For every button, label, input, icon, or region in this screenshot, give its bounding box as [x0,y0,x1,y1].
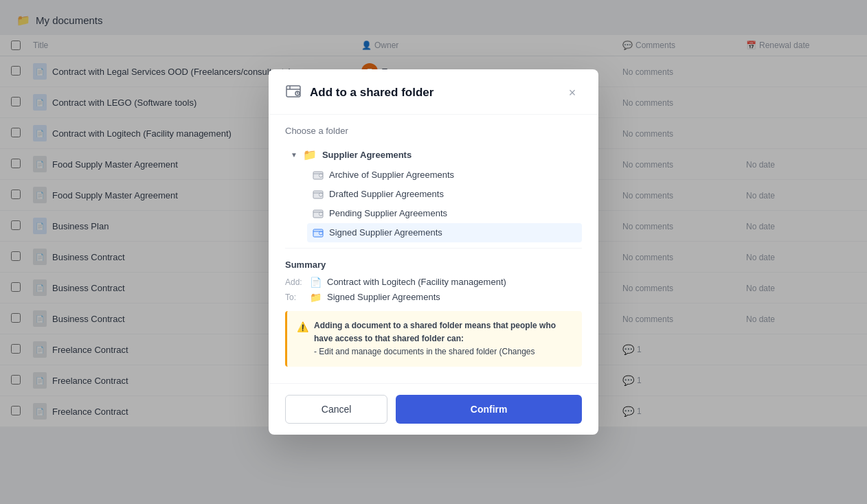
modal-header: Add to a shared folder × [269,69,598,115]
summary-to-label: To: [285,293,304,302]
folder-item-root[interactable]: ▼ 📁 Supplier Agreements [285,144,582,165]
modal-close-button[interactable]: × [563,83,582,102]
summary-document-name: Contract with Logitech (Facility managem… [327,277,506,287]
confirm-button[interactable]: Confirm [396,395,582,424]
summary-add-row: Add: 📄 Contract with Logitech (Facility … [285,277,582,288]
warning-text-detail: - Edit and manage documents in the share… [314,347,535,356]
folder-pending-label: Pending Supplier Agreements [329,208,447,218]
summary-section: Summary Add: 📄 Contract with Logitech (F… [285,248,582,373]
warning-icon: ⚠️ [297,320,308,334]
summary-add-label: Add: [285,277,304,287]
modal-overlay: Add to a shared folder × Choose a folder… [0,0,867,504]
modal-body: Choose a folder ▼ 📁 Supplier Agreements [269,115,598,384]
modal-footer: Cancel Confirm [269,383,598,435]
folder-item-signed[interactable]: Signed Supplier Agreements [307,223,582,242]
folder-drafted-label: Drafted Supplier Agreements [329,189,444,199]
summary-title: Summary [285,260,582,270]
folder-children: Archive of Supplier Agreements Drafted S… [285,165,582,242]
folder-item-archive[interactable]: Archive of Supplier Agreements [307,165,582,185]
modal: Add to a shared folder × Choose a folder… [269,69,598,435]
folder-icon-blue: 📁 [310,292,322,303]
warning-text-bold: Adding a document to a shared folder mea… [314,321,556,343]
folder-signed-label: Signed Supplier Agreements [329,227,442,238]
summary-to-row: To: 📁 Signed Supplier Agreements [285,292,582,303]
cancel-button[interactable]: Cancel [285,395,387,424]
folder-archive-label: Archive of Supplier Agreements [329,170,454,180]
warning-text: Adding a document to a shared folder mea… [314,319,572,359]
warning-box: ⚠️ Adding a document to a shared folder … [285,311,582,367]
modal-title: Add to a shared folder [310,86,554,100]
doc-icon: 📄 [310,277,322,288]
folder-item-pending[interactable]: Pending Supplier Agreements [307,204,582,223]
summary-folder-name: Signed Supplier Agreements [327,292,440,302]
warning-box-header: ⚠️ Adding a document to a shared folder … [297,319,572,359]
folder-item-drafted[interactable]: Drafted Supplier Agreements [307,185,582,204]
modal-header-icon [285,83,302,103]
choose-folder-label: Choose a folder [285,126,582,136]
folder-tree: ▼ 📁 Supplier Agreements Archive of Suppl… [285,144,582,242]
